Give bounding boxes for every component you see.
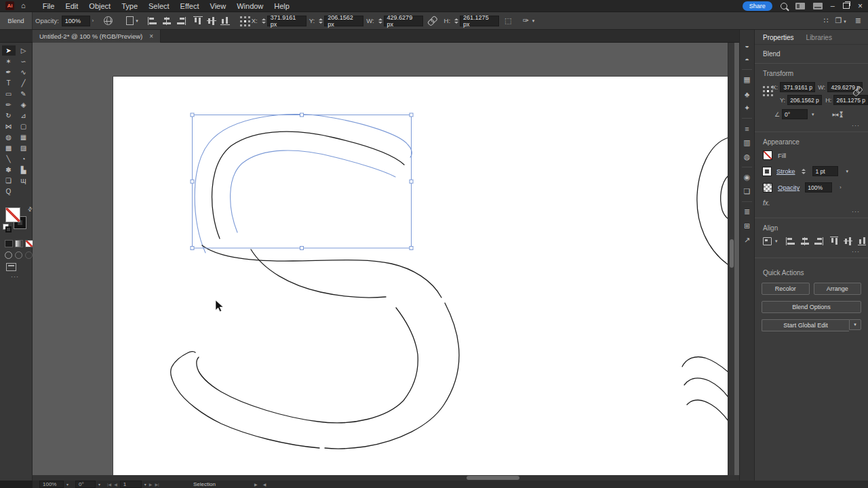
shaper-tool[interactable]: ✏: [2, 100, 16, 110]
align-more-options-icon[interactable]: ···: [755, 247, 868, 256]
default-fill-stroke-icon[interactable]: [3, 224, 9, 230]
line-segment-tool[interactable]: ╱: [17, 78, 31, 88]
menu-file[interactable]: File: [37, 2, 60, 10]
gradient-tool[interactable]: ▨: [17, 143, 31, 153]
tab-properties[interactable]: Properties: [763, 34, 794, 41]
align-top-icon[interactable]: [830, 237, 838, 245]
direct-selection-tool[interactable]: ▷: [17, 45, 31, 56]
fill-swatch[interactable]: [763, 150, 772, 160]
selection-handle[interactable]: [191, 247, 194, 250]
color-button[interactable]: [5, 240, 13, 247]
blend-source-outer-path[interactable]: [195, 115, 412, 253]
scale-tool[interactable]: ⊿: [17, 110, 31, 121]
blend-options-button[interactable]: Blend Options: [762, 301, 861, 313]
gradient-button[interactable]: [15, 240, 23, 247]
x-value-field[interactable]: 371.9161 p: [780, 82, 815, 92]
opacity-label-link[interactable]: Opacity: [778, 184, 800, 191]
h-input[interactable]: 261.1275 px: [460, 16, 499, 26]
rectangle-tool[interactable]: ▭: [2, 89, 16, 99]
artboards-panel-icon[interactable]: ⊞: [740, 219, 754, 233]
paintbrush-tool[interactable]: ✎: [17, 89, 31, 99]
selection-handle[interactable]: [410, 113, 413, 117]
rotation-dropdown[interactable]: 0°: [75, 481, 96, 488]
transform-bounds-icon[interactable]: ⬚: [505, 17, 511, 24]
zoom-level-dropdown[interactable]: 100%: [39, 481, 64, 488]
y-stepper[interactable]: [319, 18, 323, 24]
flip-horizontal-icon[interactable]: ▶|◀: [833, 112, 838, 117]
menu-effect[interactable]: Effect: [175, 2, 205, 10]
second-s-wave-2[interactable]: [684, 378, 728, 397]
menu-object[interactable]: Object: [83, 2, 116, 10]
artboard-tool[interactable]: ❏: [2, 176, 16, 186]
horizontal-scrollbar-thumb[interactable]: [467, 476, 519, 480]
blend-tool[interactable]: ◔: [17, 154, 31, 164]
vertical-scrollbar-thumb[interactable]: [730, 239, 734, 268]
chevron-down-icon[interactable]: ▾: [66, 482, 68, 487]
document-tab-close-icon[interactable]: ×: [149, 33, 153, 40]
arrange-documents-icon[interactable]: ❐▾: [835, 16, 848, 25]
opacity-options-chevron-icon[interactable]: ›: [840, 185, 841, 190]
edit-toolbar-ellipsis-icon[interactable]: ···: [11, 273, 19, 280]
align-horizontal-center-icon[interactable]: [162, 17, 172, 25]
chevron-down-icon[interactable]: ▾: [846, 169, 848, 174]
search-icon[interactable]: [781, 3, 787, 9]
stroke-panel-icon[interactable]: ≡: [740, 121, 754, 136]
column-graph-tool[interactable]: ▙: [17, 165, 31, 175]
tab-libraries[interactable]: Libraries: [806, 34, 832, 41]
asset-export-panel-icon[interactable]: ↗: [740, 233, 754, 247]
opacity-chevron-icon[interactable]: ›: [92, 18, 94, 23]
h-stepper[interactable]: [454, 18, 458, 24]
selection-handle[interactable]: [191, 113, 194, 117]
color-guide-panel-icon[interactable]: ◓: [740, 52, 754, 66]
last-artboard-icon[interactable]: ▶|: [155, 482, 159, 487]
s-body-outer-segment-1[interactable]: [202, 245, 441, 298]
document-arrangement-icon[interactable]: [813, 3, 823, 9]
document-tab[interactable]: Untitled-2* @ 100 % (RGB/Preview) ×: [33, 30, 161, 43]
align-left-icon[interactable]: [148, 17, 158, 25]
swatches-panel-icon[interactable]: ▦: [740, 73, 754, 87]
mesh-tool[interactable]: ▩: [2, 143, 16, 153]
graphic-styles-panel-icon[interactable]: ❏: [740, 184, 754, 199]
w-stepper[interactable]: [378, 18, 382, 24]
fill-color-swatch[interactable]: [5, 207, 20, 222]
align-right-icon[interactable]: [176, 17, 186, 25]
hand-tool[interactable]: ɰ: [17, 176, 31, 186]
workspace-layout-icon[interactable]: [795, 3, 805, 9]
appearance-more-options-icon[interactable]: ···: [755, 207, 868, 216]
x-input[interactable]: 371.9161 px: [267, 16, 307, 26]
document-setup-globe-icon[interactable]: [104, 16, 113, 25]
y-value-field[interactable]: 206.1562 p: [787, 95, 822, 105]
previous-artboard-icon[interactable]: ◀: [114, 482, 117, 487]
selection-handle[interactable]: [410, 247, 413, 250]
align-bottom-icon[interactable]: [220, 16, 230, 25]
align-vertical-center-icon[interactable]: [207, 17, 216, 25]
reference-point-grid-icon[interactable]: [240, 16, 242, 18]
eyedropper-tool[interactable]: ╲: [2, 154, 16, 164]
selection-handle[interactable]: [300, 247, 304, 250]
eraser-tool[interactable]: ◈: [17, 100, 31, 110]
panel-menu-icon[interactable]: ≣: [855, 16, 861, 25]
align-left-icon[interactable]: [786, 237, 795, 245]
draw-inside-icon[interactable]: [25, 251, 33, 259]
shape-builder-tool[interactable]: ◍: [2, 132, 16, 142]
stroke-swatch[interactable]: [763, 167, 771, 176]
symbol-sprayer-tool[interactable]: ✽: [2, 165, 16, 175]
h-value-field[interactable]: 261.1275 p: [833, 95, 868, 105]
layers-panel-icon[interactable]: ≣: [740, 205, 754, 219]
draw-behind-icon[interactable]: [15, 251, 22, 259]
share-button[interactable]: Share: [743, 1, 772, 11]
start-global-edit-chevron-icon[interactable]: ▾: [849, 319, 861, 330]
appearance-panel-icon[interactable]: ◉: [740, 170, 754, 184]
s-body-inner-segment-1[interactable]: [251, 249, 386, 298]
fx-effects-link[interactable]: fx.: [755, 194, 868, 207]
s-body-outer-segment-2[interactable]: [325, 303, 459, 449]
recolor-artwork-control[interactable]: ▾: [121, 16, 140, 25]
blend-intermediate-path[interactable]: [212, 131, 404, 239]
gradient-panel-icon[interactable]: ▥: [740, 136, 754, 150]
opacity-swatch[interactable]: [763, 183, 772, 192]
align-to-selection-dropdown[interactable]: ▾: [763, 237, 780, 245]
artboard-number-dropdown[interactable]: 1: [120, 481, 142, 488]
x-stepper[interactable]: [262, 18, 266, 24]
selection-tool[interactable]: ➤: [2, 45, 16, 56]
flip-vertical-icon[interactable]: ▶|◀: [840, 112, 845, 117]
